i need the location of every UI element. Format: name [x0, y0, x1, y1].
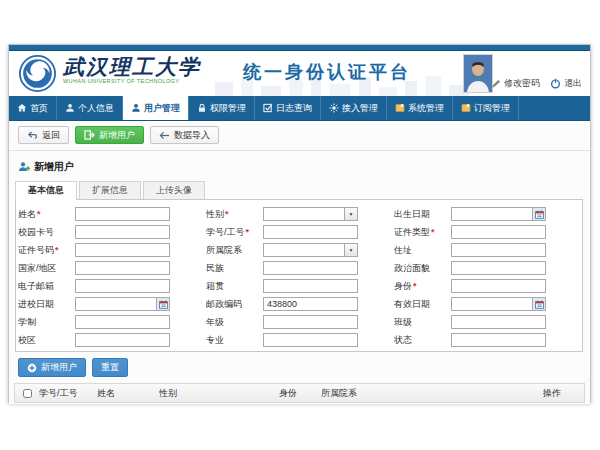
select-all-checkbox[interactable] [23, 389, 32, 398]
column-header: 所属院系 [321, 387, 543, 400]
dropdown-caret-icon[interactable]: ▼ [344, 208, 357, 220]
back-button[interactable]: 返回 [18, 126, 69, 144]
required-asterisk: * [55, 245, 59, 255]
class-field-input[interactable] [451, 315, 546, 329]
logout-link[interactable]: 退出 [550, 77, 582, 90]
postal-code-field-input[interactable] [263, 297, 358, 311]
content-area: 返回新增用户数据导入 新增用户 基本信息扩展信息上传头像 姓名*性别*▼出生日期… [9, 120, 590, 404]
column-header: 姓名 [97, 387, 159, 400]
form-row: 校区专业状态 [18, 331, 582, 349]
education-length-field-input[interactable] [75, 315, 170, 329]
id-type-field: 证件类型* [394, 225, 581, 239]
select-all-cell [15, 389, 39, 398]
country-region-field-input[interactable] [75, 261, 170, 275]
change-password-link[interactable]: 修改密码 [491, 77, 540, 90]
university-logo-icon [19, 55, 56, 92]
status-field-input[interactable] [451, 333, 546, 347]
reset-button[interactable]: 重置 [92, 358, 128, 377]
name-field: 姓名* [18, 207, 205, 221]
nav-item-subscription-mgmt[interactable]: 订阅管理 [453, 96, 519, 120]
form-row: 电子邮箱籍贯身份* [18, 277, 582, 295]
plus-circle-icon [27, 363, 37, 373]
email-field: 电子邮箱 [18, 279, 205, 293]
field-label: 籍贯 [206, 280, 263, 293]
university-name-block: 武汉理工大学 WUHAN UNIVERSITY OF TECHNOLOGY [63, 56, 201, 85]
field-label: 证件类型* [394, 226, 451, 239]
email-field-input[interactable] [75, 279, 170, 293]
political-status-field-input[interactable] [451, 261, 546, 275]
dropdown-caret-icon[interactable]: ▼ [344, 244, 357, 256]
button-label: 新增用户 [99, 129, 135, 142]
calendar-icon[interactable] [156, 298, 169, 310]
required-asterisk: * [246, 227, 250, 237]
user-table-header: 学号/工号姓名性别身份所属院系操作 [14, 383, 585, 403]
nav-item-user-mgmt[interactable]: 用户管理 [123, 96, 189, 120]
field-label: 民族 [206, 262, 263, 275]
calendar-icon[interactable] [532, 298, 545, 310]
university-name: 武汉理工大学 [63, 56, 201, 77]
check-square-icon [263, 103, 273, 113]
logout-label: 退出 [564, 77, 582, 90]
major-field-input[interactable] [263, 333, 358, 347]
submit-add-user-button[interactable]: 新增用户 [18, 358, 86, 377]
field-label: 出生日期 [394, 208, 451, 221]
address-field: 住址 [394, 243, 581, 257]
required-asterisk: * [413, 281, 417, 291]
field-label: 姓名* [18, 208, 75, 221]
field-label: 专业 [206, 334, 263, 347]
field-label: 校区 [18, 334, 75, 347]
form-row: 国家/地区民族政治面貌 [18, 259, 582, 277]
campus-card-field-input[interactable] [75, 225, 170, 239]
grade-field-input[interactable] [263, 315, 358, 329]
id-number-field-input[interactable] [75, 243, 170, 257]
field-label: 性别* [206, 208, 263, 221]
field-label: 学号/工号* [206, 226, 263, 239]
nav-item-label: 用户管理 [144, 102, 180, 115]
student-id-field-input[interactable] [263, 225, 358, 239]
app-window: 武汉理工大学 WUHAN UNIVERSITY OF TECHNOLOGY 统一… [8, 44, 591, 403]
required-asterisk: * [225, 209, 229, 219]
id-number-field: 证件号码* [18, 243, 205, 257]
user-icon [65, 103, 75, 113]
column-header: 性别 [159, 387, 279, 400]
field-label: 证件号码* [18, 244, 75, 257]
gender-field: 性别*▼ [206, 207, 393, 221]
column-header: 操作 [543, 387, 584, 400]
name-field-input[interactable] [75, 207, 170, 221]
nav-item-system-mgmt[interactable]: 系统管理 [387, 96, 453, 120]
nav-item-access-mgmt[interactable]: 接入管理 [321, 96, 387, 120]
address-field-input[interactable] [451, 243, 546, 257]
nav-item-label: 个人信息 [78, 102, 114, 115]
power-icon [550, 78, 561, 89]
add-user-button[interactable]: 新增用户 [75, 126, 144, 144]
button-label: 新增用户 [41, 361, 77, 374]
native-place-field-input[interactable] [263, 279, 358, 293]
data-import-button[interactable]: 数据导入 [150, 126, 219, 144]
ethnicity-field-input[interactable] [263, 261, 358, 275]
tab-upload-avatar[interactable]: 上传头像 [143, 181, 205, 199]
postal-code-field: 邮政编码 [206, 297, 393, 311]
field-label: 状态 [394, 334, 451, 347]
nav-item-home[interactable]: 首页 [9, 96, 57, 120]
section-header: 新增用户 [18, 160, 590, 174]
field-label: 所属院系 [206, 244, 263, 257]
section-title: 新增用户 [34, 160, 74, 174]
nav-item-label: 系统管理 [408, 102, 444, 115]
nav-item-log-query[interactable]: 日志查询 [255, 96, 321, 120]
tab-extended-info[interactable]: 扩展信息 [79, 181, 141, 199]
id-type-field-input[interactable] [451, 225, 546, 239]
required-asterisk: * [431, 227, 435, 237]
campus-field-input[interactable] [75, 333, 170, 347]
user-icon [131, 103, 141, 113]
form-actions: 新增用户重置 [18, 358, 590, 377]
field-label: 班级 [394, 316, 451, 329]
ethnicity-field: 民族 [206, 261, 393, 275]
identity-field-input[interactable] [451, 279, 546, 293]
button-label: 重置 [101, 361, 119, 374]
calendar-icon[interactable] [532, 208, 545, 220]
nav-item-profile[interactable]: 个人信息 [57, 96, 123, 120]
nav-item-permission-mgmt[interactable]: 权限管理 [189, 96, 255, 120]
form-row: 证件号码*所属院系▼住址 [18, 241, 582, 259]
tab-basic-info[interactable]: 基本信息 [15, 181, 77, 200]
grade-field: 年级 [206, 315, 393, 329]
